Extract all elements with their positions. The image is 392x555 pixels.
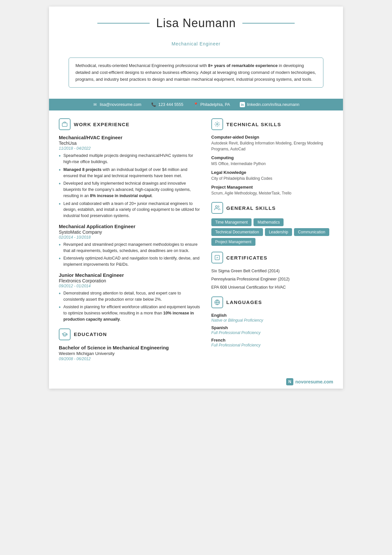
job-2-dates: 02/2014 - 10/2018 [59, 235, 202, 240]
contact-email: ✉ lisa@novoresume.com [92, 102, 141, 107]
tag-time-management: Time Management [211, 218, 252, 226]
skill-1-desc: Autodesk Revit, Building Information Mod… [211, 140, 333, 152]
edu-1-degree: Bachelor of Science in Mechanical Engine… [59, 345, 202, 350]
tag-project-management: Project Management [211, 238, 255, 246]
skill-1-name: Computer-aided Design [211, 135, 333, 140]
job-1-bullets: Spearheaded multiple projects designing … [59, 153, 202, 219]
summary-box: Methodical, results-oriented Mechanical … [69, 58, 323, 88]
summary-text: Methodical, results-oriented Mechanical … [75, 63, 316, 82]
job-1: Mechanical/HVAC Engineer TechUsa 11/2018… [59, 135, 202, 219]
skill-3-desc: City of Philadelphia Building Codes [211, 176, 333, 181]
education-icon [59, 328, 71, 340]
certificates-header: CERTIFICATES [211, 252, 333, 263]
job-1-title: Mechanical/HVAC Engineer [59, 135, 202, 140]
cert-3: EPA 608 Universal Certification for HVAC [211, 284, 333, 291]
contact-bar: ✉ lisa@novoresume.com 📞 123 444 5555 📍 P… [49, 99, 343, 110]
tag-leadership: Leadership [265, 228, 292, 236]
technical-skills-header: TECHNICAL SKILLS [211, 118, 333, 130]
technical-skills-icon [211, 118, 223, 130]
edu-1: Bachelor of Science in Mechanical Engine… [59, 345, 202, 361]
job-3-dates: 09/2012 - 01/2014 [59, 284, 202, 288]
lang-1-name: English [211, 313, 333, 318]
work-experience-title: WORK EXPERIENCE [74, 122, 130, 127]
lang-2-level: Full Professional Proficiency [211, 330, 333, 335]
job-1-bullet-4: Led and collaborated with a team of 20+ … [59, 201, 202, 219]
brand-icon: N [286, 378, 293, 385]
job-1-bullet-1: Spearheaded multiple projects designing … [59, 153, 202, 165]
certificates-icon [211, 252, 223, 263]
contact-linkedin: in linkedin.com/in/lisa.neumann [240, 102, 300, 107]
general-skills-header: GENERAL SKILLS [211, 202, 333, 214]
job-3-title: Junior Mechanical Engineer [59, 272, 202, 278]
job-3-bullets: Demonstrated strong attention to detail,… [59, 290, 202, 323]
skill-2: Computing MS Office, Intermediate Python [211, 155, 333, 167]
linkedin-icon: in [240, 102, 245, 107]
job-2-bullet-1: Revamped and streamlined project managem… [59, 242, 202, 254]
skill-3-name: Legal Knowledge [211, 170, 333, 175]
job-2-bullets: Revamped and streamlined project managem… [59, 242, 202, 268]
job-3: Junior Mechanical Engineer Flextronics C… [59, 272, 202, 323]
lang-1-level: Native or Bilingual Proficiency [211, 318, 333, 323]
candidate-title: Mechanical Engineer [69, 31, 323, 53]
cert-2: Pennsylvania Professional Engineer (2012… [211, 276, 333, 282]
job-2-company: SystoMatic Company [59, 229, 202, 235]
tag-technical-documentation: Technical Documentation [211, 228, 263, 236]
education-header: EDUCATION [59, 328, 202, 340]
job-1-bullet-3: Developed and fully implemented technica… [59, 180, 202, 199]
cert-1: Six Sigma Green Belt Certified (2014) [211, 268, 333, 274]
footer: N novoresume.com [49, 375, 343, 389]
skill-2-name: Computing [211, 155, 333, 160]
certificates-title: CERTIFICATES [226, 255, 268, 261]
technical-skills-section: TECHNICAL SKILLS Computer-aided Design A… [211, 118, 333, 196]
novoresume-brand: N novoresume.com [286, 378, 333, 385]
work-experience-section: WORK EXPERIENCE Mechanical/HVAC Engineer… [59, 118, 202, 322]
technical-skills-title: TECHNICAL SKILLS [226, 122, 281, 127]
work-experience-header: WORK EXPERIENCE [59, 118, 202, 130]
location-icon: 📍 [193, 102, 198, 107]
skill-4: Project Management Scrum, Agile Methodol… [211, 185, 333, 196]
edu-1-school: Western Michigan University [59, 351, 202, 356]
education-section: EDUCATION Bachelor of Science in Mechani… [59, 328, 202, 361]
job-3-bullet-2: Assisted in planning for efficient workf… [59, 304, 202, 322]
lang-3: French Full Professional Proficiency [211, 338, 333, 347]
education-title: EDUCATION [74, 331, 107, 337]
skill-4-desc: Scrum, Agile Methodology, MeisterTask, T… [211, 190, 333, 196]
work-icon [59, 118, 71, 130]
lang-2: Spanish Full Professional Proficiency [211, 325, 333, 335]
lang-2-name: Spanish [211, 325, 333, 330]
brand-name: novoresume.com [295, 379, 333, 384]
general-skills-title: GENERAL SKILLS [226, 205, 276, 211]
left-column: WORK EXPERIENCE Mechanical/HVAC Engineer… [59, 118, 202, 367]
job-2-bullet-2: Extensively optimized AutoCAD and naviga… [59, 255, 202, 268]
languages-title: LANGUAGES [226, 299, 262, 305]
candidate-name: Lisa Neumann [156, 16, 236, 30]
certificates-section: CERTIFICATES Six Sigma Green Belt Certif… [211, 252, 333, 290]
svg-point-1 [217, 124, 218, 125]
job-3-company: Flextronics Corporation [59, 278, 202, 283]
skill-3: Legal Knowledge City of Philadelphia Bui… [211, 170, 333, 181]
job-1-dates: 11/2018 - 04/2022 [59, 146, 202, 151]
job-1-bullet-2: Managed 8 projects with an individual bu… [59, 167, 202, 179]
job-3-bullet-1: Demonstrated strong attention to detail,… [59, 290, 202, 303]
svg-rect-0 [62, 123, 67, 127]
general-skills-section: GENERAL SKILLS Time Management Mathemati… [211, 202, 333, 246]
email-icon: ✉ [92, 102, 98, 107]
phone-icon: 📞 [151, 102, 156, 107]
header-section: Lisa Neumann Mechanical Engineer Methodi… [49, 7, 343, 94]
job-2-title: Mechanical Application Engineer [59, 224, 202, 229]
header-right-line [242, 23, 295, 24]
languages-icon [211, 296, 223, 308]
languages-header: LANGUAGES [211, 296, 333, 308]
general-skills-icon [211, 202, 223, 214]
header-left-line [97, 23, 150, 24]
lang-3-level: Full Professional Proficiency [211, 343, 333, 347]
job-1-company: TechUsa [59, 141, 202, 146]
edu-1-dates: 09/2008 - 06/2012 [59, 357, 202, 361]
skill-4-name: Project Management [211, 185, 333, 190]
header-name-row: Lisa Neumann [69, 16, 323, 30]
svg-point-2 [216, 206, 218, 208]
languages-section: LANGUAGES English Native or Bilingual Pr… [211, 296, 333, 347]
skill-1: Computer-aided Design Autodesk Revit, Bu… [211, 135, 333, 152]
job-2: Mechanical Application Engineer SystoMat… [59, 224, 202, 268]
general-skills-tags: Time Management Mathematics Technical Do… [211, 218, 333, 246]
